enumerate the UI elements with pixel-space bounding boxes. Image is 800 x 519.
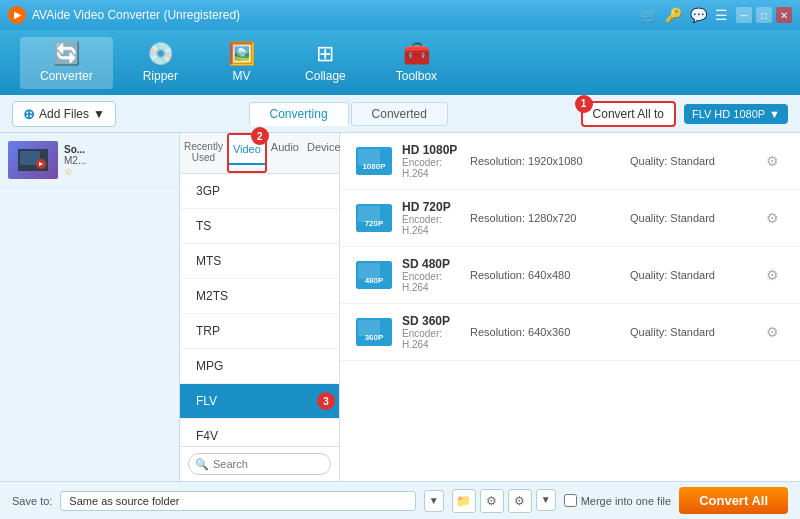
save-path-display: Same as source folder xyxy=(60,491,415,511)
quality-item-720[interactable]: 720P HD 720P Encoder: H.264 Resolution: … xyxy=(340,190,800,247)
toolbar: ⊕ Add Files ▼ Converting Converted 1 Con… xyxy=(0,95,800,133)
svg-text:360P: 360P xyxy=(365,333,384,342)
search-icon: 🔍 xyxy=(195,458,209,471)
recently-used-tab[interactable]: Recently Used xyxy=(180,133,227,173)
format-badge-label: FLV HD 1080P xyxy=(692,108,765,120)
search-wrapper: 🔍 xyxy=(188,453,331,475)
save-path-dropdown[interactable]: ▼ xyxy=(424,490,444,512)
nav-collage[interactable]: ⊞ Collage xyxy=(285,37,366,89)
app-title: AVAide Video Converter (Unregistered) xyxy=(32,8,640,22)
cart-icon[interactable]: 🛒 xyxy=(640,7,657,23)
quality-item-480[interactable]: 480P SD 480P Encoder: H.264 Resolution: … xyxy=(340,247,800,304)
nav-toolbox[interactable]: 🧰 Toolbox xyxy=(376,37,457,89)
format-flv[interactable]: 3 FLV xyxy=(180,384,339,419)
quality-panel: 1080P HD 1080P Encoder: H.264 Resolution… xyxy=(340,133,800,481)
save-to-label: Save to: xyxy=(12,495,52,507)
svg-text:720P: 720P xyxy=(365,219,384,228)
format-mts[interactable]: MTS xyxy=(180,244,339,279)
config-icon[interactable]: ⚙ xyxy=(508,489,532,513)
title-bar: ▶ AVAide Video Converter (Unregistered) … xyxy=(0,0,800,30)
settings-gear-icon-480[interactable]: ⚙ xyxy=(760,263,784,287)
quality-encoder-480: Encoder: H.264 xyxy=(402,271,460,293)
minimize-button[interactable]: ─ xyxy=(736,7,752,23)
format-search: 🔍 xyxy=(180,446,339,481)
add-files-label: Add Files xyxy=(39,107,89,121)
nav-converter[interactable]: 🔄 Converter xyxy=(20,37,113,89)
step-number-3: 3 xyxy=(317,392,335,410)
nav-converter-label: Converter xyxy=(40,69,93,83)
format-tabs: Recently Used 2 Video Audio Device xyxy=(180,133,339,174)
nav-toolbox-label: Toolbox xyxy=(396,69,437,83)
quality-name-360: SD 360P xyxy=(402,314,460,328)
file-star: ☆ xyxy=(64,166,86,177)
settings-gear-icon-1080[interactable]: ⚙ xyxy=(760,149,784,173)
close-button[interactable]: ✕ xyxy=(776,7,792,23)
quality-item-360[interactable]: 360P SD 360P Encoder: H.264 Resolution: … xyxy=(340,304,800,361)
quality-encoder-1080: Encoder: H.264 xyxy=(402,157,460,179)
tab-group: Converting Converted xyxy=(124,102,573,126)
menu-icon[interactable]: ☰ xyxy=(715,7,728,23)
nav-mv-label: MV xyxy=(233,69,251,83)
svg-text:480P: 480P xyxy=(365,276,384,285)
step-number-1: 1 xyxy=(575,95,593,113)
converting-tab[interactable]: Converting xyxy=(249,102,349,126)
merge-checkbox-input[interactable] xyxy=(564,494,577,507)
file-info: So... M2... ☆ xyxy=(64,144,86,177)
format-badge[interactable]: FLV HD 1080P ▼ xyxy=(684,104,788,124)
format-trp[interactable]: TRP xyxy=(180,314,339,349)
nav-bar: 🔄 Converter 💿 Ripper 🖼️ MV ⊞ Collage 🧰 T… xyxy=(0,30,800,95)
format-m2ts[interactable]: M2TS xyxy=(180,279,339,314)
format-icon-480: 480P xyxy=(356,261,392,289)
search-input[interactable] xyxy=(188,453,331,475)
format-f4v[interactable]: F4V xyxy=(180,419,339,446)
format-badge-dropdown: ▼ xyxy=(769,108,780,120)
quality-standard-360: Quality: Standard xyxy=(630,326,750,338)
nav-mv[interactable]: 🖼️ MV xyxy=(208,37,275,89)
format-3gp[interactable]: 3GP xyxy=(180,174,339,209)
video-tab-label: Video xyxy=(233,143,261,155)
svg-text:1080P: 1080P xyxy=(362,162,386,171)
maximize-button[interactable]: □ xyxy=(756,7,772,23)
convert-all-button[interactable]: Convert All xyxy=(679,487,788,514)
quality-details-720: HD 720P Encoder: H.264 xyxy=(402,200,460,236)
quality-details-1080: HD 1080P Encoder: H.264 xyxy=(402,143,460,179)
settings-icon-bottom[interactable]: ⚙ xyxy=(480,489,504,513)
step-number-2: 2 xyxy=(251,127,269,145)
ripper-icon: 💿 xyxy=(147,43,174,65)
nav-ripper[interactable]: 💿 Ripper xyxy=(123,37,198,89)
file-item[interactable]: So... M2... ☆ xyxy=(0,133,179,188)
settings-gear-icon-360[interactable]: ⚙ xyxy=(760,320,784,344)
quality-standard-720: Quality: Standard xyxy=(630,212,750,224)
video-tab[interactable]: 2 Video xyxy=(229,135,265,165)
nav-ripper-label: Ripper xyxy=(143,69,178,83)
merge-checkbox[interactable]: Merge into one file xyxy=(564,494,672,507)
audio-tab-label: Audio xyxy=(271,141,299,153)
format-icon-720: 720P xyxy=(356,204,392,232)
add-files-button[interactable]: ⊕ Add Files ▼ xyxy=(12,101,116,127)
recently-used-label: Recently Used xyxy=(184,141,223,163)
chat-icon[interactable]: 💬 xyxy=(690,7,707,23)
device-tab[interactable]: Device xyxy=(303,133,345,173)
file-thumbnail xyxy=(8,141,58,179)
file-list-panel: So... M2... ☆ xyxy=(0,133,180,481)
collage-icon: ⊞ xyxy=(316,43,334,65)
quality-details-360: SD 360P Encoder: H.264 xyxy=(402,314,460,350)
config-dropdown[interactable]: ▼ xyxy=(536,489,556,511)
quality-resolution-720: Resolution: 1280x720 xyxy=(470,212,620,224)
device-tab-label: Device xyxy=(307,141,341,153)
nav-collage-label: Collage xyxy=(305,69,346,83)
audio-tab[interactable]: Audio xyxy=(267,133,303,173)
toolbox-icon: 🧰 xyxy=(403,43,430,65)
file-format: M2... xyxy=(64,155,86,166)
title-bar-utility-icons: 🛒 🔑 💬 ☰ xyxy=(640,7,728,23)
converted-tab[interactable]: Converted xyxy=(351,102,448,126)
convert-all-to-button[interactable]: 1 Convert All to xyxy=(581,101,676,127)
settings-gear-icon-720[interactable]: ⚙ xyxy=(760,206,784,230)
key-icon[interactable]: 🔑 xyxy=(665,7,682,23)
quality-details-480: SD 480P Encoder: H.264 xyxy=(402,257,460,293)
quality-item-1080[interactable]: 1080P HD 1080P Encoder: H.264 Resolution… xyxy=(340,133,800,190)
format-ts[interactable]: TS xyxy=(180,209,339,244)
format-mpg[interactable]: MPG xyxy=(180,349,339,384)
quality-encoder-360: Encoder: H.264 xyxy=(402,328,460,350)
folder-icon[interactable]: 📁 xyxy=(452,489,476,513)
